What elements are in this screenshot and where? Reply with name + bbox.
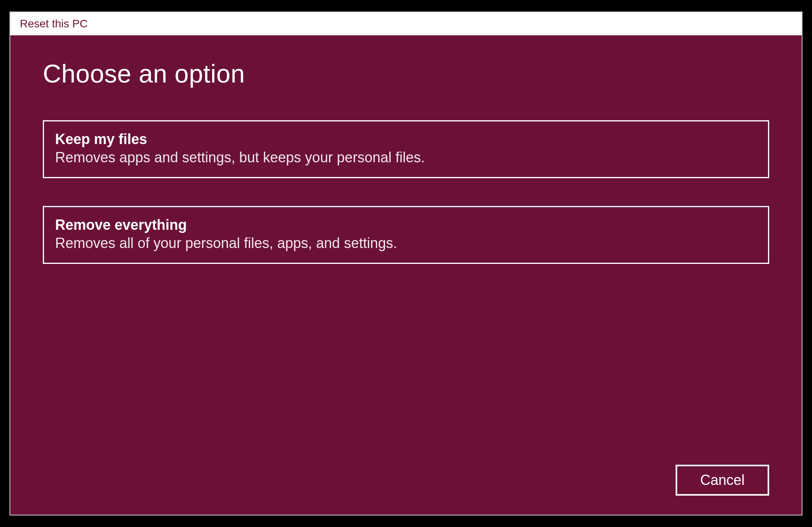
title-bar: Reset this PC (10, 12, 802, 35)
page-heading: Choose an option (43, 59, 769, 88)
window-title: Reset this PC (20, 17, 88, 30)
option-keep-my-files[interactable]: Keep my files Removes apps and settings,… (43, 120, 769, 178)
dialog-footer: Cancel (676, 465, 769, 496)
option-description: Removes all of your personal files, apps… (55, 235, 757, 252)
option-list: Keep my files Removes apps and settings,… (43, 120, 769, 264)
option-title: Remove everything (55, 217, 757, 233)
dialog-body: Choose an option Keep my files Removes a… (10, 35, 802, 515)
cancel-button[interactable]: Cancel (676, 465, 769, 496)
option-remove-everything[interactable]: Remove everything Removes all of your pe… (43, 206, 769, 264)
reset-pc-dialog: Reset this PC Choose an option Keep my f… (10, 12, 802, 515)
option-title: Keep my files (55, 131, 757, 148)
option-description: Removes apps and settings, but keeps you… (55, 149, 757, 166)
